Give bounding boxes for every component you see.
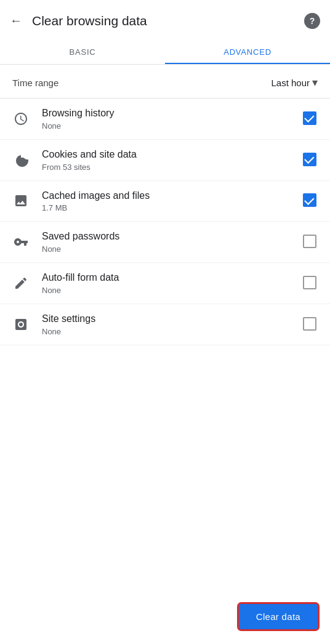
time-range-value: Last hour <box>271 78 310 88</box>
items-list: Browsing history None Cookies and site d… <box>0 99 330 345</box>
cookies-checkbox[interactable] <box>303 153 318 167</box>
list-item: Site settings None <box>0 304 330 345</box>
item-subtitle: None <box>42 327 293 336</box>
item-text: Auto-fill form data None <box>42 272 293 295</box>
chevron-down-icon: ▾ <box>312 76 318 89</box>
list-item: Auto-fill form data None <box>0 263 330 304</box>
tab-advanced[interactable]: ADVANCED <box>165 39 330 64</box>
checkbox-unchecked-indicator <box>303 235 316 248</box>
checkbox-checked-indicator <box>303 193 316 207</box>
item-title: Auto-fill form data <box>42 272 293 284</box>
cached-images-checkbox[interactable] <box>303 193 318 208</box>
item-subtitle: None <box>42 244 293 254</box>
page-title: Clear browsing data <box>32 14 147 28</box>
image-icon <box>10 190 32 212</box>
clock-icon <box>10 108 32 130</box>
item-text: Browsing history None <box>42 107 293 131</box>
list-item: Browsing history None <box>0 99 330 140</box>
header-left: ← Clear browsing data <box>5 9 147 33</box>
item-title: Cookies and site data <box>42 148 293 161</box>
time-range-selector[interactable]: Last hour ▾ <box>271 76 318 89</box>
pencil-icon <box>10 272 32 294</box>
back-button[interactable]: ← <box>5 9 27 33</box>
checkbox-unchecked-indicator <box>303 276 316 289</box>
cookie-icon <box>10 149 32 171</box>
list-item: Saved passwords None <box>0 222 330 263</box>
key-icon <box>10 231 32 253</box>
item-subtitle: None <box>42 286 293 295</box>
saved-passwords-checkbox[interactable] <box>303 235 318 249</box>
header: ← Clear browsing data ? <box>0 0 330 39</box>
item-title: Browsing history <box>42 107 293 120</box>
site-settings-checkbox[interactable] <box>303 317 318 332</box>
browsing-history-checkbox[interactable] <box>303 111 318 126</box>
help-icon[interactable]: ? <box>304 13 320 29</box>
item-text: Saved passwords None <box>42 230 293 254</box>
checkbox-unchecked-indicator <box>303 317 316 331</box>
tabs-container: BASIC ADVANCED <box>0 39 330 65</box>
item-subtitle: None <box>42 121 293 131</box>
item-title: Saved passwords <box>42 230 293 243</box>
list-item: Cached images and files 1.7 MB <box>0 181 330 222</box>
item-subtitle: From 53 sites <box>42 163 293 172</box>
list-item: Cookies and site data From 53 sites <box>0 140 330 181</box>
item-title: Cached images and files <box>42 190 293 203</box>
checkbox-checked-indicator <box>303 153 316 166</box>
item-text: Cached images and files 1.7 MB <box>42 190 293 213</box>
settings-icon <box>10 313 32 336</box>
autofill-checkbox[interactable] <box>303 276 318 291</box>
item-text: Site settings None <box>42 313 293 336</box>
footer: Clear data <box>239 604 318 629</box>
tab-basic[interactable]: BASIC <box>0 39 165 64</box>
item-subtitle: 1.7 MB <box>42 203 293 212</box>
checkbox-checked-indicator <box>303 111 316 125</box>
clear-data-button[interactable]: Clear data <box>239 604 318 629</box>
item-text: Cookies and site data From 53 sites <box>42 148 293 172</box>
time-range-label: Time range <box>12 78 58 88</box>
time-range-row: Time range Last hour ▾ <box>0 65 330 99</box>
item-title: Site settings <box>42 313 293 326</box>
